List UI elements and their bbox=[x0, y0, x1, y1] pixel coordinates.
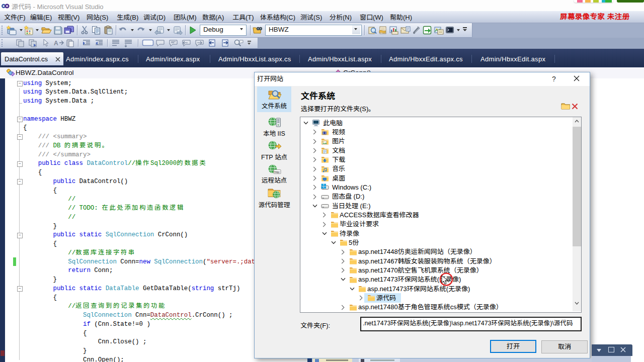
svg-text:http:: http: bbox=[274, 170, 280, 173]
